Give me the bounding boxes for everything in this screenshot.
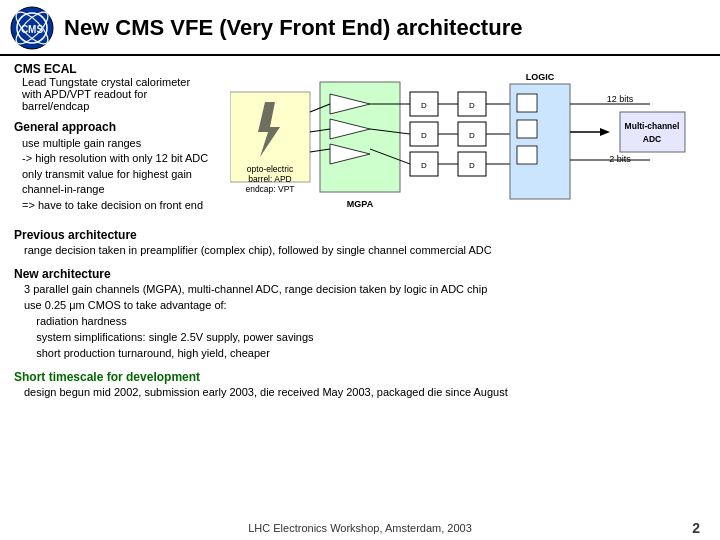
svg-text:ADC: ADC xyxy=(643,134,661,144)
general-section: General approach use multiple gain range… xyxy=(14,120,214,213)
ecal-title: CMS ECAL xyxy=(14,62,214,76)
general-text: use multiple gain ranges -> high resolut… xyxy=(22,136,214,213)
svg-text:12 bits: 12 bits xyxy=(607,94,634,104)
top-section: CMS ECAL Lead Tungstate crystal calorime… xyxy=(14,62,706,222)
svg-text:barrel: APD: barrel: APD xyxy=(248,174,291,184)
svg-rect-50 xyxy=(620,112,685,152)
ecal-line1: Lead Tungstate crystal calorimeter xyxy=(22,76,214,88)
svg-text:D: D xyxy=(421,101,427,110)
svg-text:opto-electric: opto-electric xyxy=(247,164,294,174)
page-number: 2 xyxy=(692,520,700,536)
header: CMS New CMS VFE (Very Front End) archite… xyxy=(0,0,720,56)
general-title: General approach xyxy=(14,120,214,134)
svg-rect-42 xyxy=(517,120,537,138)
svg-text:D: D xyxy=(469,101,475,110)
svg-text:D: D xyxy=(421,131,427,140)
svg-rect-41 xyxy=(517,94,537,112)
svg-text:MGPA: MGPA xyxy=(347,199,374,209)
short-ts-title: Short timescale for development xyxy=(14,370,706,384)
svg-rect-43 xyxy=(517,146,537,164)
svg-marker-45 xyxy=(600,128,610,136)
page-title: New CMS VFE (Very Front End) architectur… xyxy=(64,15,522,41)
svg-text:endcap: VPT: endcap: VPT xyxy=(245,184,294,194)
new-arch-text: 3 parallel gain channels (MGPA), multi-c… xyxy=(24,282,706,362)
diagram-area: opto-electric barrel: APD endcap: VPT MG… xyxy=(214,62,706,222)
prev-arch-text: range decision taken in preamplifier (co… xyxy=(24,243,706,259)
prev-arch-title: Previous architecture xyxy=(14,228,706,242)
ecal-line2: with APD/VPT readout for barrel/endcap xyxy=(22,88,214,112)
footer: LHC Electronics Workshop, Amsterdam, 200… xyxy=(0,522,720,534)
footer-text: LHC Electronics Workshop, Amsterdam, 200… xyxy=(0,522,720,534)
main-content: CMS ECAL Lead Tungstate crystal calorime… xyxy=(0,56,720,413)
svg-text:Multi-channel: Multi-channel xyxy=(625,121,680,131)
svg-text:2 bits: 2 bits xyxy=(609,154,631,164)
new-arch-section: New architecture 3 parallel gain channel… xyxy=(14,267,706,362)
left-info: CMS ECAL Lead Tungstate crystal calorime… xyxy=(14,62,214,213)
prev-arch-section: Previous architecture range decision tak… xyxy=(14,228,706,259)
short-ts-section: Short timescale for development design b… xyxy=(14,370,706,401)
svg-text:D: D xyxy=(421,161,427,170)
cms-logo: CMS xyxy=(10,6,54,50)
svg-text:D: D xyxy=(469,131,475,140)
svg-text:CMS: CMS xyxy=(21,24,44,35)
architecture-diagram: opto-electric barrel: APD endcap: VPT MG… xyxy=(230,62,690,222)
new-arch-title: New architecture xyxy=(14,267,706,281)
svg-text:LOGIC: LOGIC xyxy=(526,72,555,82)
short-ts-text: design begun mid 2002, submission early … xyxy=(24,385,706,401)
ecal-section: CMS ECAL Lead Tungstate crystal calorime… xyxy=(14,62,214,112)
svg-text:D: D xyxy=(469,161,475,170)
